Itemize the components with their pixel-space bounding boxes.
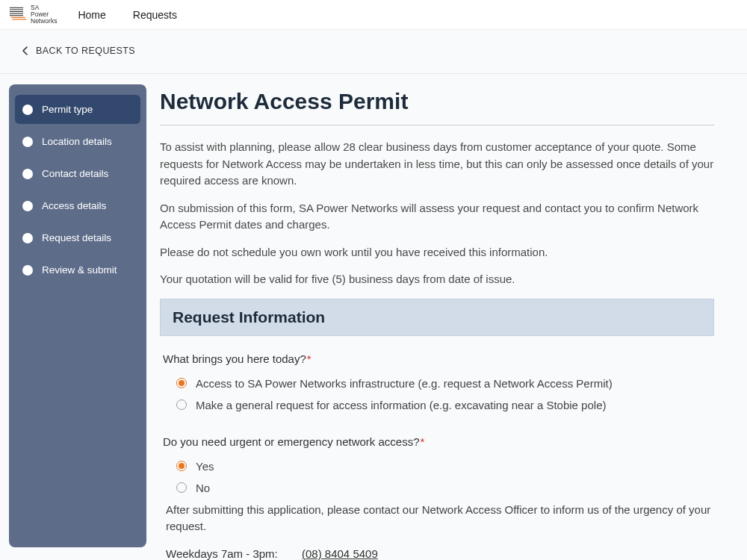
step-label: Permit type [42,104,93,115]
radio-icon [176,378,187,388]
radio-icon [176,399,187,410]
radio-urgent-yes[interactable]: Yes [163,455,711,477]
step-dot-icon [22,233,33,243]
divider [160,125,714,125]
contact-weekdays: Weekdays 7am - 3pm: (08) 8404 5409 [163,546,711,561]
brand-logo[interactable]: SAPowerNetworks [9,4,57,25]
step-label: Request details [42,232,111,243]
intro-p2: On submission of this form, SA Power Net… [160,200,714,234]
radio-icon [176,461,187,471]
step-permit-type[interactable]: Permit type [15,95,140,124]
step-dot-icon [22,105,33,115]
step-location-details[interactable]: Location details [15,127,140,156]
radio-label: Make a general request for access inform… [196,399,606,411]
field-label: What brings you here today?* [163,352,711,365]
step-dot-icon [22,265,33,276]
intro-p1: To assist with planning, please allow 28… [160,139,714,190]
radio-label: Access to SA Power Networks infrastructu… [196,377,613,390]
main-content: Network Access Permit To assist with pla… [146,84,714,560]
intro-p4: Your quotation will be valid for five (5… [160,271,714,288]
step-contact-details[interactable]: Contact details [15,159,140,188]
section-request-information: Request Information [160,299,714,336]
required-marker: * [307,352,311,365]
wizard-sidebar: Permit type Location details Contact det… [9,84,146,547]
step-dot-icon [22,169,33,179]
back-to-requests-link[interactable]: BACK TO REQUESTS [22,46,135,56]
intro-p3: Please do not schedule you own work unti… [160,244,714,261]
radio-general-request[interactable]: Make a general request for access inform… [163,394,711,416]
radio-urgent-no[interactable]: No [163,477,711,499]
chevron-left-icon [22,46,28,55]
step-request-details[interactable]: Request details [15,223,140,252]
brand-text: SAPowerNetworks [31,4,57,25]
field-label: Do you need urgent or emergency network … [163,435,711,448]
nav-requests[interactable]: Requests [133,9,177,21]
step-review-submit[interactable]: Review & submit [15,255,140,284]
step-label: Access details [42,200,106,211]
radio-access-infrastructure[interactable]: Access to SA Power Networks infrastructu… [163,373,711,394]
urgent-helper-text: After submitting this application, pleas… [166,502,711,535]
radio-label: Yes [196,460,214,473]
step-dot-icon [22,137,33,147]
top-nav: SAPowerNetworks Home Requests [0,0,747,30]
step-label: Contact details [42,168,108,179]
step-access-details[interactable]: Access details [15,191,140,220]
intro-text: To assist with planning, please allow 28… [160,139,714,288]
field-urgent-access: Do you need urgent or emergency network … [160,435,714,561]
back-bar: BACK TO REQUESTS [0,30,747,74]
back-label: BACK TO REQUESTS [36,46,135,56]
nav-home[interactable]: Home [78,9,105,21]
step-dot-icon [22,201,33,211]
step-label: Location details [42,136,112,147]
radio-label: No [196,482,210,494]
required-marker: * [421,435,425,448]
contact-phone-link[interactable]: (08) 8404 5409 [302,547,378,560]
contact-label: Weekdays 7am - 3pm: [166,547,302,560]
logo-icon [9,6,28,22]
radio-icon [176,482,187,493]
field-what-brings-you: What brings you here today?* Access to S… [160,352,714,416]
page-body: Permit type Location details Contact det… [0,74,747,560]
step-label: Review & submit [42,264,117,276]
page-title: Network Access Permit [160,89,714,114]
